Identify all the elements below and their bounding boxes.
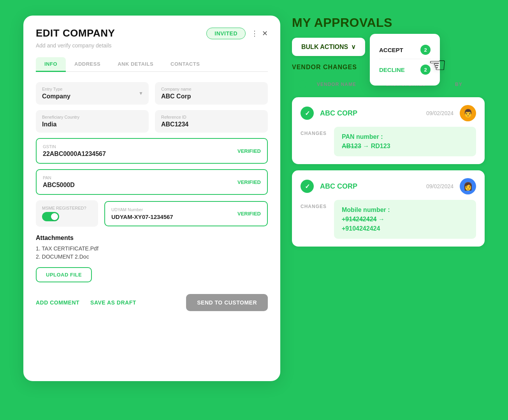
vendor-card-2-header: ✓ ABC CORP 09/02/2024 👩 — [301, 178, 476, 194]
entry-type-value: Company — [42, 93, 142, 100]
vendor-1-date: 09/02/2024 — [426, 110, 454, 116]
cursor-hand-icon: ☞ — [428, 53, 446, 77]
beneficiary-country-value: India — [42, 121, 142, 128]
tabs-container: INFO ADDRESS ANK DETAILS CONTACTS — [36, 57, 268, 72]
vendor-1-old-value: AB123 — [342, 143, 361, 149]
approvals-panel: MY APPROVALS BULK ACTIONS ∨ ACCEPT 2 DEC… — [292, 16, 485, 253]
entry-type-field[interactable]: Entry Type Company ▼ — [36, 82, 149, 105]
msme-field: MSME REGISTERED? — [36, 200, 98, 227]
vendor-1-changes-label: CHANGES — [301, 127, 328, 136]
vendor-1-avatar-emoji: 👨 — [463, 108, 473, 118]
panel-header: EDIT COMPANY INVITED ⋮ ✕ — [36, 27, 268, 39]
vendor-card-1: ✓ ABC CORP 09/02/2024 👨 CHANGES PAN numb… — [292, 97, 485, 164]
gstin-field[interactable]: GSTIN 22ABC0000A1234567 VERIFIED — [36, 138, 268, 164]
tab-contacts[interactable]: CONTACTS — [162, 57, 208, 72]
panel-subtitle: Add and verify company details — [36, 42, 268, 49]
header-icons[interactable]: ⋮ ✕ — [251, 29, 268, 38]
tab-info[interactable]: INFO — [36, 57, 66, 72]
vendor-2-new-value: +9104242424 — [342, 225, 380, 232]
upload-file-button[interactable]: UPLOAD FILE — [36, 267, 92, 282]
form-row-2: Beneficiary Country India Reference ID A… — [36, 110, 268, 133]
tab-ank-details[interactable]: ANK DETAILS — [109, 57, 162, 72]
tab-address[interactable]: ADDRESS — [66, 57, 109, 72]
pan-value: ABC5000D — [43, 182, 261, 189]
entry-type-label: Entry Type — [42, 87, 142, 91]
vendor-1-avatar: 👨 — [460, 105, 476, 121]
vendor-2-old-value: +914242424 — [342, 216, 376, 222]
vendor-2-avatar: 👩 — [460, 178, 476, 194]
vendor-2-date: 09/02/2024 — [426, 183, 454, 189]
udyam-verified-badge: VERIFIED — [237, 211, 261, 217]
reference-id-field[interactable]: Reference ID ABC1234 — [155, 110, 268, 133]
pan-field[interactable]: PAN ABC5000D VERIFIED — [36, 169, 268, 195]
panel-title: EDIT COMPANY — [36, 27, 115, 39]
invited-badge: INVITED — [206, 28, 246, 39]
company-name-value: ABC Corp — [161, 93, 262, 100]
company-name-label: Company name — [161, 87, 262, 91]
accept-label: ACCEPT — [379, 47, 403, 53]
edit-company-panel: EDIT COMPANY INVITED ⋮ ✕ Add and verify … — [23, 16, 280, 381]
msme-label: MSME REGISTERED? — [42, 206, 92, 210]
vendor-1-change-type: PAN number : — [342, 133, 383, 140]
company-name-field[interactable]: Company name ABC Corp — [155, 82, 268, 105]
vendor-1-change-text: PAN number : AB123 → RD123 — [342, 132, 468, 151]
header-right: INVITED ⋮ ✕ — [206, 28, 268, 39]
attachments-section: Attachments 1. TAX CERTIFICATE.Pdf 2. DO… — [36, 234, 268, 282]
add-comment-link[interactable]: ADD COMMENT — [36, 299, 79, 306]
approvals-title: MY APPROVALS — [292, 16, 485, 30]
pan-label: PAN — [43, 175, 261, 180]
vendor-card-2: ✓ ABC CORP 09/02/2024 👩 CHANGES Mobile n… — [292, 170, 485, 247]
by-header: BY — [455, 82, 478, 87]
vendor-1-changes-box: PAN number : AB123 → RD123 — [334, 127, 476, 156]
msme-toggle[interactable] — [42, 212, 59, 221]
msme-row: MSME REGISTERED? UDYAM Number UDYAM-XY07… — [36, 200, 268, 227]
accept-option[interactable]: ACCEPT 2 — [379, 41, 431, 59]
send-to-customer-button[interactable]: SEND TO CUSTOMER — [186, 294, 268, 311]
attachment-item-2: 2. DOCUMENT 2.Doc — [36, 254, 268, 260]
vendor-1-check-icon[interactable]: ✓ — [301, 107, 314, 120]
vendor-2-check-icon[interactable]: ✓ — [301, 180, 314, 193]
pan-verified-badge: VERIFIED — [237, 179, 261, 185]
vendor-2-name: ABC CORP — [320, 182, 420, 191]
beneficiary-country-field[interactable]: Beneficiary Country India — [36, 110, 149, 133]
form-row-1: Entry Type Company ▼ Company name ABC Co… — [36, 82, 268, 105]
attachments-title: Attachments — [36, 234, 268, 242]
vendor-2-changes-row: CHANGES Mobile number : +914242424 → +91… — [301, 200, 476, 239]
header-checkbox[interactable] — [298, 80, 307, 89]
vendor-2-change-type: Mobile number : — [342, 206, 390, 213]
gstin-label: GSTIN — [43, 144, 261, 149]
gstin-verified-badge: VERIFIED — [237, 148, 261, 154]
vendor-1-name: ABC CORP — [320, 109, 420, 117]
vendor-card-1-header: ✓ ABC CORP 09/02/2024 👨 — [301, 105, 476, 121]
close-icon[interactable]: ✕ — [262, 29, 268, 38]
vendor-2-avatar-emoji: 👩 — [463, 182, 473, 191]
gstin-value: 22ABC0000A1234567 — [43, 150, 261, 158]
beneficiary-country-label: Beneficiary Country — [42, 115, 142, 119]
msme-toggle-container — [42, 212, 92, 221]
entry-type-dropdown-icon[interactable]: ▼ — [139, 91, 143, 96]
reference-id-value: ABC1234 — [161, 121, 262, 128]
more-options-icon[interactable]: ⋮ — [251, 29, 258, 38]
bottom-actions: ADD COMMENT SAVE AS DRAFT SEND TO CUSTOM… — [36, 294, 268, 311]
attachment-item-1: 1. TAX CERTIFICATE.Pdf — [36, 245, 268, 252]
vendor-1-arrow: → — [363, 143, 369, 149]
vendor-1-changes-row: CHANGES PAN number : AB123 → RD123 — [301, 127, 476, 156]
bulk-actions-label: BULK ACTIONS — [301, 44, 348, 51]
bulk-actions-button[interactable]: BULK ACTIONS ∨ — [292, 38, 365, 56]
vendor-2-arrow: → — [378, 216, 385, 222]
bulk-actions-chevron-icon: ∨ — [351, 43, 356, 51]
vendor-2-change-text: Mobile number : +914242424 → +9104242424 — [342, 205, 468, 233]
bulk-actions-row: BULK ACTIONS ∨ ACCEPT 2 DECLINE 2 ☞ — [292, 38, 485, 56]
vendor-2-changes-label: CHANGES — [301, 200, 328, 209]
vendor-1-new-value: RD123 — [371, 143, 390, 149]
reference-id-label: Reference ID — [161, 115, 262, 119]
decline-label: DECLINE — [379, 66, 405, 73]
udyam-field[interactable]: UDYAM Number UDYAM-XY07-1234567 VERIFIED — [104, 201, 268, 226]
save-as-draft-link[interactable]: SAVE AS DRAFT — [90, 299, 136, 306]
vendor-2-changes-box: Mobile number : +914242424 → +9104242424 — [334, 200, 476, 239]
decline-option[interactable]: DECLINE 2 — [379, 61, 431, 79]
